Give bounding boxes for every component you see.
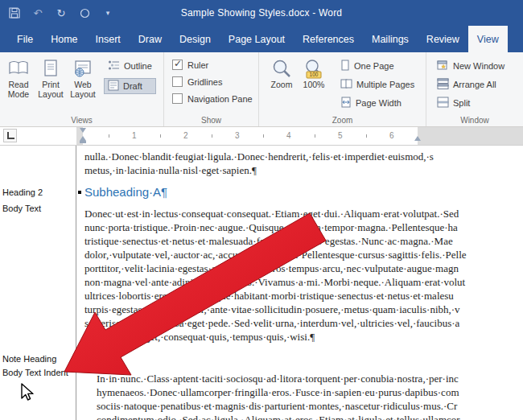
zoom-label: Zoom bbox=[271, 80, 293, 90]
doc-line[interactable]: metus,·in·lacinia·nulla·nisl·eget·sapien… bbox=[84, 163, 257, 177]
split-label: Split bbox=[453, 98, 470, 108]
ribbon-group-show: ✓ Ruler Gridlines Navigation Pane Show bbox=[164, 52, 259, 126]
navigation-pane-checkbox-box bbox=[172, 93, 183, 104]
zoom-icon bbox=[271, 56, 292, 80]
document-area[interactable]: Heading 2 Body Text Note Heading Body Te… bbox=[0, 146, 523, 420]
navigation-pane-checkbox[interactable]: Navigation Pane bbox=[172, 92, 258, 105]
gridlines-checkbox-label: Gridlines bbox=[187, 77, 222, 87]
ruler-tick bbox=[160, 134, 161, 138]
show-group-label: Show bbox=[164, 116, 258, 125]
zoom-100-button[interactable]: 100 100% bbox=[298, 52, 330, 111]
one-page-button[interactable]: One Page bbox=[336, 58, 418, 74]
ruler-number: 4 bbox=[286, 131, 291, 140]
tab-page-layout[interactable]: Page Layout bbox=[220, 26, 294, 52]
one-page-icon bbox=[340, 60, 350, 72]
doc-line[interactable]: ultrices·lobortis·eros.·Pellentesque·hab… bbox=[84, 289, 454, 303]
tab-mailings[interactable]: Mailings bbox=[363, 26, 418, 52]
zoom-100-icon: 100 bbox=[303, 56, 325, 80]
new-window-icon bbox=[437, 60, 449, 72]
ribbon-group-views: Read Mode Print Layout Web Layout bbox=[0, 52, 164, 126]
navigation-pane-checkbox-label: Navigation Pane bbox=[187, 94, 253, 104]
doc-line[interactable]: nunc·porta·tristique.·Proin·nec·augue.·Q… bbox=[84, 220, 458, 234]
style-label-note-heading: Note Heading bbox=[2, 354, 56, 364]
ribbon-view-tab-content: Read Mode Print Layout Web Layout bbox=[0, 52, 523, 127]
doc-line[interactable]: In·in·nunc.·Class·aptent·taciti·sociosqu… bbox=[97, 372, 459, 385]
multiple-pages-label: Multiple Pages bbox=[356, 80, 414, 89]
doc-line[interactable]: porttitor,·velit·lacinia·egestas·auctor,… bbox=[84, 261, 459, 275]
left-tab-icon bbox=[7, 132, 14, 139]
tab-references[interactable]: References bbox=[294, 26, 363, 52]
print-layout-label-2: Layout bbox=[38, 90, 64, 100]
ribbon-group-window: New Window Arrange All Split Window bbox=[426, 52, 523, 126]
ruler-number: 1 bbox=[132, 131, 137, 140]
web-layout-label-1: Web bbox=[74, 80, 91, 90]
page-width-label: Page Width bbox=[356, 98, 402, 108]
doc-line[interactable]: Donec·ut·est·in·lectus·consequat·consequ… bbox=[84, 207, 459, 220]
paragraph-property-square-icon bbox=[78, 358, 81, 361]
doc-line[interactable]: consectetuer·eget,·consequat·quis,·tempu… bbox=[84, 330, 315, 344]
style-label-body-text: Body Text bbox=[2, 204, 41, 213]
read-mode-button[interactable]: Read Mode bbox=[2, 52, 35, 99]
gridlines-checkbox-box bbox=[172, 76, 183, 87]
first-line-indent-marker[interactable] bbox=[80, 128, 86, 133]
tab-insert[interactable]: Insert bbox=[87, 26, 130, 52]
ruler-number: 6 bbox=[389, 131, 394, 140]
doc-line[interactable]: dolor,·vulputate·vel,·auctor·ac,·accumsa… bbox=[84, 248, 467, 261]
web-layout-button[interactable]: Web Layout bbox=[67, 52, 99, 99]
draft-button[interactable]: Draft bbox=[104, 78, 156, 94]
doc-line[interactable]: nulla.·Donec·blandit·feugiat·ligula.·Don… bbox=[84, 150, 434, 163]
ruler-checkbox-box: ✓ bbox=[172, 60, 183, 70]
doc-line-note-heading[interactable]: =¶ bbox=[84, 353, 95, 367]
read-mode-label-1: Read bbox=[8, 80, 28, 90]
doc-line[interactable]: hymenaeos.·Donec·ullamcorper·fringilla·e… bbox=[97, 385, 459, 399]
doc-line[interactable]: scelerisque·nunc·massa·eget·pede.·Sed·ve… bbox=[84, 316, 459, 330]
doc-line[interactable]: sociis·natoque·penatibus·et·magnis·dis·p… bbox=[97, 399, 457, 413]
tab-design[interactable]: Design bbox=[171, 26, 220, 52]
horizontal-ruler[interactable]: 1 2 3 4 5 6 bbox=[76, 127, 523, 145]
arrange-all-label: Arrange All bbox=[453, 80, 496, 89]
doc-line[interactable]: non·magna·vel·ante·adipiscing·rhoncus.·V… bbox=[84, 275, 465, 289]
gridlines-checkbox[interactable]: Gridlines bbox=[172, 75, 258, 89]
tab-file[interactable]: File bbox=[8, 26, 42, 52]
zoom-group-label: Zoom bbox=[259, 116, 426, 125]
style-area-pane[interactable]: Heading 2 Body Text Note Heading Body Te… bbox=[0, 146, 76, 420]
tab-home[interactable]: Home bbox=[42, 26, 86, 52]
page-width-button[interactable]: Page Width bbox=[336, 95, 418, 111]
new-window-button[interactable]: New Window bbox=[433, 58, 523, 74]
ribbon-tab-bar: File Home Insert Draw Design Page Layout… bbox=[0, 26, 523, 52]
ruler-checkbox[interactable]: ✓ Ruler bbox=[172, 58, 258, 72]
zoom-100-label: 100% bbox=[303, 80, 325, 90]
draft-icon bbox=[108, 80, 119, 93]
paragraph-property-square-icon bbox=[78, 191, 81, 194]
style-label-body-text-indent: Body Text Indent bbox=[2, 368, 68, 377]
check-icon: ✓ bbox=[174, 58, 182, 69]
tab-review[interactable]: Review bbox=[418, 26, 468, 52]
doc-line[interactable]: tristique·senectus·et·netus·et·malesuada… bbox=[84, 234, 453, 248]
doc-heading-subheading-a[interactable]: Subheading·A¶ bbox=[84, 184, 167, 200]
ruler-tick bbox=[315, 134, 315, 138]
arrange-all-button[interactable]: Arrange All bbox=[433, 76, 523, 93]
right-indent-marker[interactable] bbox=[414, 136, 421, 141]
split-button[interactable]: Split bbox=[433, 95, 523, 111]
multiple-pages-button[interactable]: Multiple Pages bbox=[336, 76, 418, 93]
draft-label: Draft bbox=[123, 81, 142, 91]
split-icon bbox=[437, 97, 449, 109]
doc-line[interactable]: turpis·egestas.·Proin·semper,·ante·vitae… bbox=[84, 303, 460, 316]
outline-label: Outline bbox=[124, 61, 152, 71]
svg-text:100: 100 bbox=[310, 72, 319, 77]
print-layout-label-1: Print bbox=[42, 80, 60, 90]
window-title: Sample Showing Styles.docx - Word bbox=[0, 0, 523, 26]
views-group-label: Views bbox=[0, 116, 163, 125]
outline-button[interactable]: Outline bbox=[104, 58, 156, 74]
ruler-tick bbox=[212, 134, 212, 138]
left-indent-marker[interactable] bbox=[80, 141, 86, 143]
tab-selector[interactable] bbox=[3, 129, 17, 142]
print-layout-button[interactable]: Print Layout bbox=[35, 52, 67, 99]
tab-draw[interactable]: Draw bbox=[130, 26, 171, 52]
title-bar: ↶ ↻ ▾ Sample Showing Styles.docx - Word bbox=[0, 0, 523, 26]
zoom-button[interactable]: Zoom bbox=[266, 52, 298, 111]
read-mode-icon bbox=[8, 56, 29, 80]
doc-line[interactable]: condimentum·odio.·Sed·ac·ligula.·Aliquam… bbox=[97, 413, 460, 420]
tab-view[interactable]: View bbox=[468, 26, 508, 52]
ribbon-group-zoom: Zoom 100 100% One Page bbox=[259, 52, 426, 126]
